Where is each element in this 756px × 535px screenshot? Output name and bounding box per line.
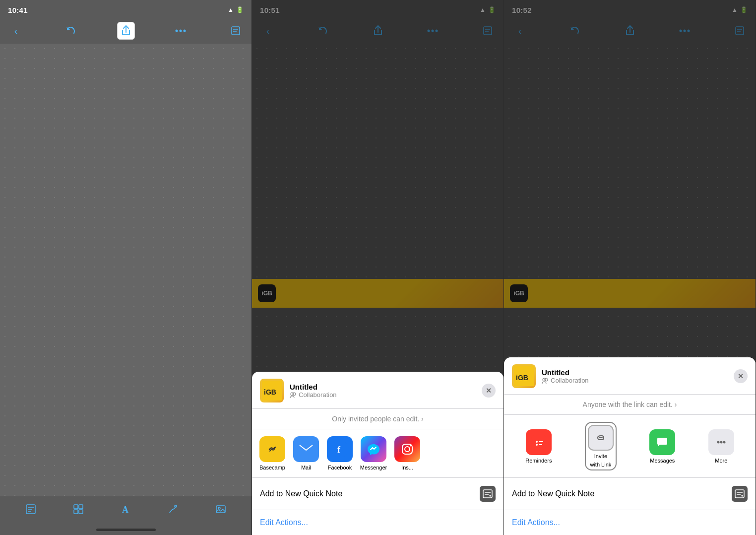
- svg-point-33: [410, 445, 412, 447]
- svg-point-1: [180, 30, 182, 32]
- svg-text:A: A: [122, 505, 128, 515]
- share-title-3: Untitled: [542, 368, 734, 377]
- svg-rect-28: [299, 443, 314, 455]
- toolbar-1: ‹: [0, 18, 252, 44]
- share-info-2: Untitled Collaboration: [290, 383, 482, 399]
- dotted-bg-1: [0, 44, 252, 496]
- quick-note-label-2: Add to New Quick Note: [260, 489, 342, 498]
- instagram-label-2: Ins...: [401, 465, 413, 470]
- share-info-3: Untitled Collaboration: [542, 368, 734, 384]
- invite-label-line1-3: Invite: [594, 453, 607, 459]
- permission-arrow-3: ›: [675, 401, 677, 408]
- svg-point-68: [717, 441, 719, 443]
- app-basecamp-2[interactable]: Basecamp: [257, 436, 288, 470]
- app-row-2: Basecamp Mail f: [252, 429, 504, 478]
- media-btn-1[interactable]: [215, 504, 226, 517]
- share-sheet-overlay-2: iGB Untitled Collaboration ✕: [252, 0, 504, 535]
- status-bar-1: 10:41 ▲ 🔋: [0, 0, 252, 18]
- svg-rect-16: [216, 506, 225, 513]
- reminders-icon-3: [526, 429, 552, 455]
- svg-point-0: [176, 30, 178, 32]
- svg-point-61: [536, 444, 538, 446]
- svg-point-58: [545, 378, 548, 381]
- share-header-3: iGB Untitled Collaboration ✕: [504, 357, 756, 395]
- invite-link-item-3[interactable]: Invite with Link: [585, 422, 617, 470]
- share-sheet-3: iGB Untitled Collaboration ✕: [504, 357, 756, 535]
- app-messenger-2[interactable]: Messenger: [358, 436, 389, 470]
- mail-icon-2: [293, 436, 319, 462]
- svg-rect-59: [531, 435, 546, 450]
- edit-actions-label-3: Edit Actions...: [512, 518, 560, 527]
- share-thumb-img-3: iGB: [512, 364, 536, 388]
- svg-rect-13: [79, 510, 83, 514]
- quick-note-icon-3: [732, 486, 748, 502]
- messages-item-3[interactable]: Messages: [649, 429, 675, 464]
- share-subtitle-3: Collaboration: [542, 377, 734, 384]
- quick-note-row-2[interactable]: Add to New Quick Note: [252, 478, 504, 510]
- mail-label-2: Mail: [301, 465, 311, 470]
- facebook-label-2: Facebook: [328, 465, 352, 470]
- reminders-label-3: Reminders: [525, 458, 552, 464]
- invite-link-icon-3: [588, 425, 614, 451]
- share-sheet-overlay-3: iGB Untitled Collaboration ✕: [504, 0, 756, 535]
- svg-rect-10: [74, 505, 78, 509]
- quick-note-label-3: Add to New Quick Note: [512, 489, 594, 498]
- more-label-3: More: [715, 458, 727, 464]
- app-instagram-2[interactable]: Ins...: [392, 436, 423, 470]
- svg-point-60: [536, 441, 538, 443]
- permission-row-3[interactable]: Anyone with the link can edit. ›: [504, 395, 756, 415]
- quick-note-icon-2: [480, 486, 496, 502]
- share-button-1[interactable]: [117, 22, 135, 40]
- permission-row-2[interactable]: Only invited people can edit. ›: [252, 409, 504, 429]
- close-button-3[interactable]: ✕: [734, 369, 748, 383]
- share-thumb-2: iGB: [260, 379, 284, 402]
- panel-2: 10:51 ▲ 🔋 ‹: [252, 0, 504, 535]
- notes-btn-1[interactable]: [25, 504, 36, 517]
- status-icons-1: ▲ 🔋: [228, 6, 244, 13]
- share-thumb-img-2: iGB: [260, 379, 284, 402]
- svg-rect-11: [79, 505, 83, 509]
- share-sheet-2: iGB Untitled Collaboration ✕: [252, 372, 504, 535]
- basecamp-label-2: Basecamp: [259, 465, 285, 470]
- messages-icon-3: [649, 429, 675, 455]
- basecamp-icon-2: [259, 436, 285, 462]
- undo-button-1[interactable]: [62, 22, 80, 40]
- panel-1: 10:41 ▲ 🔋 ‹: [0, 0, 252, 535]
- facebook-icon-2: f: [327, 436, 353, 462]
- share-subtitle-2: Collaboration: [290, 391, 482, 399]
- more-button-1[interactable]: [172, 22, 189, 40]
- grid-btn-1[interactable]: [73, 504, 84, 517]
- back-button-1[interactable]: ‹: [7, 22, 25, 40]
- app-mail-2[interactable]: Mail: [291, 436, 321, 470]
- collab-icon-2: [290, 392, 297, 399]
- app-facebook-2[interactable]: f Facebook: [324, 436, 355, 470]
- close-button-2[interactable]: ✕: [482, 384, 496, 398]
- collab-row-3: Reminders Invite with Link: [504, 415, 756, 478]
- svg-point-2: [184, 30, 186, 32]
- reminders-item-3[interactable]: Reminders: [525, 429, 552, 464]
- more-item-3[interactable]: More: [708, 429, 734, 464]
- text-btn-1[interactable]: A: [120, 504, 131, 517]
- svg-point-69: [720, 441, 722, 443]
- more-icon-3: [708, 429, 734, 455]
- share-header-2: iGB Untitled Collaboration ✕: [252, 372, 504, 409]
- home-indicator-1: [0, 524, 252, 535]
- edit-actions-row-3[interactable]: Edit Actions...: [504, 510, 756, 535]
- edit-actions-label-2: Edit Actions...: [260, 518, 308, 527]
- panel-3: 10:52 ▲ 🔋 ‹: [504, 0, 756, 535]
- instagram-icon-2: [394, 436, 420, 462]
- invite-label-line2-3: with Link: [590, 462, 611, 468]
- messenger-icon-2: [361, 436, 386, 462]
- svg-rect-6: [26, 505, 35, 514]
- svg-point-27: [293, 393, 296, 396]
- svg-point-70: [723, 441, 725, 443]
- edit-button-1[interactable]: [227, 22, 245, 40]
- share-thumb-3: iGB: [512, 364, 536, 388]
- svg-rect-71: [735, 490, 744, 498]
- quick-note-row-3[interactable]: Add to New Quick Note: [504, 478, 756, 510]
- draw-btn-1[interactable]: [168, 504, 179, 517]
- svg-text:iGB: iGB: [516, 374, 528, 382]
- status-time-1: 10:41: [8, 6, 28, 14]
- edit-actions-row-2[interactable]: Edit Actions...: [252, 510, 504, 535]
- messages-label-3: Messages: [650, 458, 675, 464]
